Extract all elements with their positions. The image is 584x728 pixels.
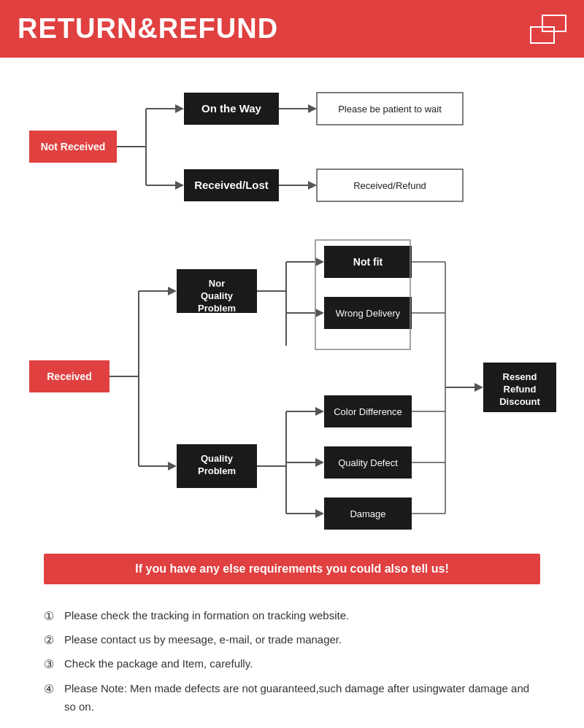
note-item-4: ④ Please Note: Men made defects are not … <box>44 679 540 716</box>
svg-text:Not fit: Not fit <box>353 256 383 268</box>
svg-text:Color Difference: Color Difference <box>334 406 402 417</box>
svg-text:Problem: Problem <box>198 303 236 314</box>
note-text-2: Please contact us by meesage, e-mail, or… <box>64 630 540 649</box>
svg-marker-66 <box>474 383 483 392</box>
svg-text:Damage: Damage <box>350 508 385 519</box>
page-header: RETURN&REFUND <box>0 0 584 58</box>
svg-text:Quality: Quality <box>201 453 234 464</box>
note-item-3: ③ Check the package and Item, carefully. <box>44 654 540 674</box>
note-item-2: ② Please contact us by meesage, e-mail, … <box>44 630 540 650</box>
note-text-3: Check the package and Item, carefully. <box>64 654 540 673</box>
svg-text:Nor: Nor <box>209 278 225 289</box>
svg-text:Received/Lost: Received/Lost <box>194 179 269 191</box>
svg-text:Quality Defect: Quality Defect <box>338 457 398 468</box>
diagram-not-received: Not Received On the Way Please be patien… <box>22 72 562 233</box>
svg-marker-9 <box>308 104 317 113</box>
note-item-1: ① Please check the tracking in formation… <box>44 606 540 626</box>
svg-text:Refund: Refund <box>504 384 537 395</box>
diagram-received: Received Nor Quality Problem Not fit Wro… <box>22 233 562 539</box>
note-text-1: Please check the tracking in formation o… <box>64 606 540 625</box>
svg-marker-56 <box>315 509 324 518</box>
svg-marker-13 <box>175 181 184 190</box>
svg-marker-5 <box>175 104 184 113</box>
svg-text:Discount: Discount <box>499 396 540 407</box>
note-num-4: ④ <box>44 679 64 699</box>
note-num-1: ① <box>44 606 64 626</box>
svg-text:Quality: Quality <box>201 290 234 301</box>
svg-marker-52 <box>315 458 324 467</box>
note-text-4: Please Note: Men made defects are not gu… <box>64 679 540 716</box>
svg-text:On the Way: On the Way <box>201 102 262 115</box>
svg-text:Problem: Problem <box>198 465 236 476</box>
svg-marker-17 <box>308 181 317 190</box>
svg-text:Resend: Resend <box>503 371 537 382</box>
page-title: RETURN&REFUND <box>18 13 278 44</box>
note-num-3: ③ <box>44 654 64 674</box>
note-num-2: ② <box>44 630 64 650</box>
svg-marker-48 <box>315 407 324 416</box>
svg-text:Received: Received <box>47 371 91 382</box>
notes-section: ① Please check the tracking in formation… <box>22 599 562 728</box>
svg-marker-41 <box>168 462 177 471</box>
svg-text:Not Received: Not Received <box>41 141 106 152</box>
svg-marker-37 <box>315 309 324 317</box>
svg-marker-33 <box>315 257 324 266</box>
info-banner: If you have any else requirements you co… <box>44 554 540 584</box>
svg-text:Wrong Delivery: Wrong Delivery <box>336 308 401 319</box>
svg-marker-25 <box>168 287 177 295</box>
header-corner-decoration <box>530 15 566 44</box>
svg-text:Received/Refund: Received/Refund <box>353 180 426 191</box>
main-content: Not Received On the Way Please be patien… <box>0 58 584 728</box>
svg-text:Please be patient to wait: Please be patient to wait <box>338 104 442 115</box>
